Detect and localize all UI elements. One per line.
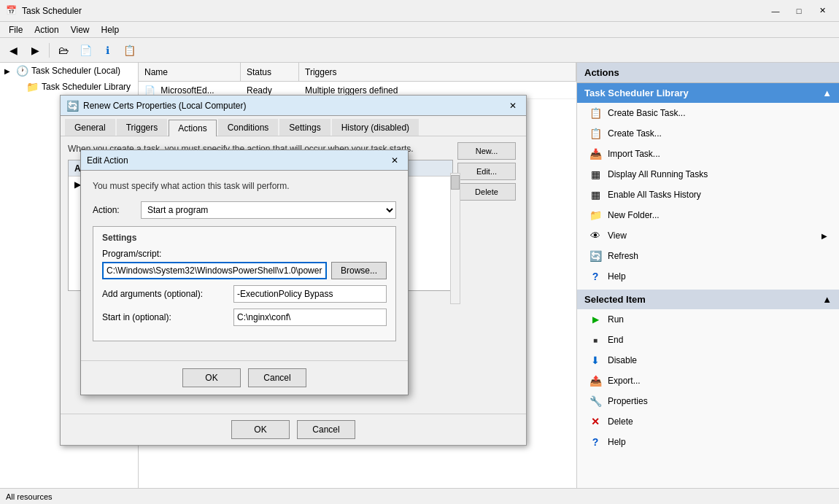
selected-action-export[interactable]: 📤 Export... — [577, 371, 839, 391]
edit-action-close[interactable]: ✕ — [387, 154, 402, 167]
close-button[interactable]: ✕ — [811, 4, 833, 18]
toolbar-doc[interactable]: 📄 — [75, 41, 96, 60]
tab-general[interactable]: General — [65, 119, 115, 136]
status-resources: All resources — [6, 492, 53, 501]
enable-history-label: Enable All Tasks History — [608, 190, 701, 200]
edit-action-ok[interactable]: OK — [182, 368, 241, 387]
actions-scrollbar[interactable] — [450, 173, 460, 304]
display-running-icon: ▦ — [589, 168, 602, 181]
start-in-row: Start in (optional): — [102, 309, 387, 326]
new-folder-label: New Folder... — [608, 210, 660, 220]
selected-help-label: Help — [608, 437, 626, 447]
selected-action-run[interactable]: ▶ Run — [577, 309, 839, 330]
properties-ok-button[interactable]: OK — [231, 420, 290, 439]
display-running-label: Display All Running Tasks — [608, 169, 708, 179]
selected-item-label: Selected Item — [584, 294, 646, 305]
action-help[interactable]: ? Help — [577, 266, 839, 287]
tab-actions[interactable]: Actions — [169, 120, 216, 136]
add-args-input[interactable] — [233, 285, 387, 303]
selected-item-section[interactable]: Selected Item ▲ — [577, 290, 839, 309]
selected-action-help[interactable]: ? Help — [577, 432, 839, 452]
start-in-label: Start in (optional): — [102, 312, 233, 322]
col-header-status[interactable]: Status — [241, 63, 299, 81]
toolbar: ◀ ▶ 🗁 📄 ℹ 📋 — [0, 38, 839, 63]
menu-file[interactable]: File — [3, 23, 28, 36]
actions-delete-btn[interactable]: Delete — [457, 183, 516, 201]
tab-conditions[interactable]: Conditions — [218, 119, 279, 136]
window-controls: — □ ✕ — [765, 4, 833, 18]
toolbar-forward[interactable]: ▶ — [25, 41, 45, 60]
edit-action-footer: OK Cancel — [81, 360, 408, 395]
disable-icon: ⬇ — [589, 354, 602, 367]
tab-history[interactable]: History (disabled) — [332, 119, 419, 136]
action-enable-history[interactable]: ▦ Enable All Tasks History — [577, 185, 839, 205]
properties-dialog-close[interactable]: ✕ — [506, 99, 520, 112]
maximize-button[interactable]: □ — [788, 4, 810, 18]
disable-label: Disable — [608, 355, 637, 365]
library-actions-list: 📋 Create Basic Task... 📋 Create Task... … — [577, 103, 839, 287]
action-create-task[interactable]: 📋 Create Task... — [577, 123, 839, 144]
menu-help[interactable]: Help — [96, 23, 125, 36]
action-create-basic-task[interactable]: 📋 Create Basic Task... — [577, 103, 839, 123]
add-args-label: Add arguments (optional): — [102, 289, 233, 299]
status-bar: All resources — [0, 488, 839, 504]
properties-icon: 🔧 — [589, 395, 602, 408]
selected-action-disable[interactable]: ⬇ Disable — [577, 350, 839, 371]
properties-label: Properties — [608, 396, 648, 406]
title-bar: 📅 Task Scheduler — □ ✕ — [0, 0, 839, 22]
edit-action-dialog: Edit Action ✕ You must specify what acti… — [80, 150, 409, 395]
action-new-folder[interactable]: 📁 New Folder... — [577, 205, 839, 225]
toolbar-sep-1 — [49, 43, 50, 58]
program-input[interactable] — [102, 262, 327, 279]
properties-dialog-title-bar: 🔄 Renew Certs Properties (Local Computer… — [61, 96, 526, 116]
help-label: Help — [608, 271, 626, 282]
end-icon: ■ — [589, 333, 602, 346]
app-icon: 📅 — [6, 5, 18, 17]
right-panel: Actions Task Scheduler Library ▲ 📋 Creat… — [576, 63, 839, 504]
toolbar-back[interactable]: ◀ — [3, 41, 23, 60]
actions-edit-btn[interactable]: Edit... — [457, 163, 516, 180]
tab-triggers[interactable]: Triggers — [117, 119, 168, 136]
minimize-button[interactable]: — — [765, 4, 786, 18]
tree-item-local[interactable]: ▶ 🕐 Task Scheduler (Local) — [0, 63, 138, 79]
create-basic-task-label: Create Basic Task... — [608, 108, 686, 118]
tree-arrow-local: ▶ — [4, 67, 13, 75]
properties-cancel-button[interactable]: Cancel — [297, 420, 355, 439]
selected-action-properties[interactable]: 🔧 Properties — [577, 391, 839, 411]
action-refresh[interactable]: 🔄 Refresh — [577, 246, 839, 266]
menu-view[interactable]: View — [65, 23, 96, 36]
tree-item-library[interactable]: 📁 Task Scheduler Library — [0, 79, 138, 95]
tree-label-library: Task Scheduler Library — [42, 82, 131, 92]
action-import-task[interactable]: 📥 Import Task... — [577, 144, 839, 164]
menu-action[interactable]: Action — [28, 23, 64, 36]
col-header-triggers[interactable]: Triggers — [299, 63, 576, 81]
browse-button[interactable]: Browse... — [331, 262, 387, 279]
view-label: View — [608, 230, 627, 241]
edit-action-cancel[interactable]: Cancel — [248, 368, 306, 387]
delete-label: Delete — [608, 416, 633, 427]
selected-action-end[interactable]: ■ End — [577, 330, 839, 350]
toolbar-folder[interactable]: 🗁 — [53, 41, 74, 60]
toolbar-clipboard[interactable]: 📋 — [119, 41, 139, 60]
tab-settings[interactable]: Settings — [279, 119, 330, 136]
import-task-icon: 📥 — [589, 147, 602, 160]
add-args-row: Add arguments (optional): — [102, 285, 387, 303]
start-in-input[interactable] — [233, 309, 387, 326]
run-label: Run — [608, 314, 624, 325]
col-header-name[interactable]: Name — [139, 63, 241, 81]
action-view[interactable]: 👁 View ▶ — [577, 225, 839, 246]
actions-new-btn[interactable]: New... — [457, 142, 516, 160]
action-type-select[interactable]: Start a program — [141, 201, 396, 219]
actions-panel-header: Actions — [577, 63, 839, 83]
edit-action-info: You must specify what action this task w… — [93, 181, 396, 191]
app-title: Task Scheduler — [22, 6, 765, 16]
toolbar-info[interactable]: ℹ — [97, 41, 117, 60]
edit-action-title: Edit Action — [87, 155, 387, 166]
new-folder-icon: 📁 — [589, 209, 602, 222]
view-icon: 👁 — [589, 229, 602, 242]
selected-help-icon: ? — [589, 435, 602, 449]
action-display-running[interactable]: ▦ Display All Running Tasks — [577, 164, 839, 185]
end-label: End — [608, 335, 623, 345]
task-scheduler-library-section[interactable]: Task Scheduler Library ▲ — [577, 83, 839, 103]
selected-action-delete[interactable]: ✕ Delete — [577, 411, 839, 432]
